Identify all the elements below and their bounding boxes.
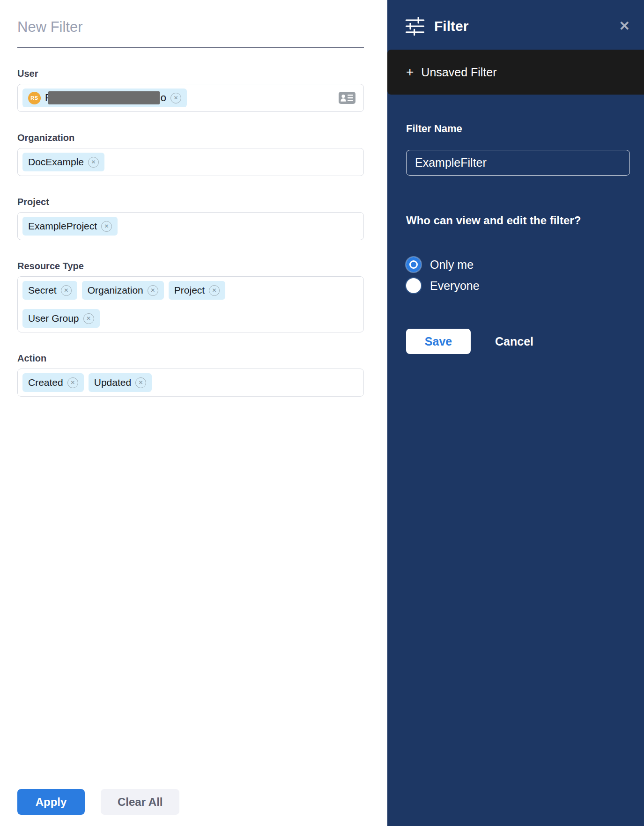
- field-action: Action Created ✕ Updated ✕: [17, 353, 364, 397]
- action-multiselect-input[interactable]: Created ✕ Updated ✕: [17, 369, 364, 397]
- field-organization: Organization DocExample ✕: [17, 133, 364, 176]
- resource-type-multiselect-input[interactable]: Secret ✕ Organization ✕ Project ✕ User G…: [17, 276, 364, 332]
- filter-footer-actions: Apply Clear All: [17, 789, 179, 815]
- radio-option-everyone[interactable]: Everyone: [406, 278, 630, 293]
- filter-side-panel: Filter ✕ + Unsaved Filter Filter Name Wh…: [387, 0, 644, 826]
- field-label-organization: Organization: [17, 133, 364, 143]
- user-avatar: RS: [28, 92, 41, 104]
- unsaved-filter-tab[interactable]: + Unsaved Filter: [387, 50, 644, 95]
- radio-option-only-me[interactable]: Only me: [406, 257, 630, 272]
- clear-all-button[interactable]: Clear All: [101, 789, 179, 815]
- sliders-icon: [404, 17, 426, 36]
- filter-name-input[interactable]: [406, 150, 630, 176]
- panel-actions: Save Cancel: [406, 329, 630, 354]
- filter-panel-header: Filter ✕: [387, 0, 644, 50]
- field-label-resource-type: Resource Type: [17, 261, 364, 272]
- permission-radio-group: Only me Everyone: [406, 257, 630, 293]
- filter-builder-panel: New Filter User RS P o ✕: [0, 0, 387, 826]
- contact-card-icon[interactable]: [338, 91, 356, 105]
- apply-button[interactable]: Apply: [17, 789, 85, 815]
- remove-project-chip-icon[interactable]: ✕: [101, 221, 112, 232]
- remove-updated-chip-icon[interactable]: ✕: [135, 377, 146, 388]
- save-button[interactable]: Save: [406, 329, 471, 354]
- remove-organization-type-chip-icon[interactable]: ✕: [148, 285, 158, 296]
- panel-title: Filter: [434, 18, 468, 34]
- new-filter-name-input[interactable]: New Filter: [17, 19, 364, 48]
- field-label-user: User: [17, 68, 364, 79]
- remove-project-type-chip-icon[interactable]: ✕: [209, 285, 220, 296]
- field-label-project: Project: [17, 197, 364, 207]
- remove-user-group-chip-icon[interactable]: ✕: [83, 313, 94, 324]
- field-project: Project ExampleProject ✕: [17, 197, 364, 240]
- resource-type-chip: Organization ✕: [82, 281, 164, 300]
- user-name-redacted: P o: [45, 91, 166, 105]
- field-user: User RS P o ✕: [17, 68, 364, 112]
- field-resource-type: Resource Type Secret ✕ Organization ✕ Pr…: [17, 261, 364, 332]
- remove-user-chip-icon[interactable]: ✕: [170, 93, 181, 103]
- redaction-bar: [48, 91, 160, 104]
- radio-unselected-icon[interactable]: [406, 278, 421, 293]
- organization-multiselect-input[interactable]: DocExample ✕: [17, 148, 364, 176]
- user-multiselect-input[interactable]: RS P o ✕: [17, 84, 364, 112]
- radio-label: Only me: [430, 258, 474, 272]
- resource-type-chip: User Group ✕: [22, 309, 100, 328]
- cancel-button[interactable]: Cancel: [495, 335, 533, 348]
- action-chip: Created ✕: [22, 373, 84, 392]
- project-chip: ExampleProject ✕: [22, 217, 118, 236]
- organization-chip: DocExample ✕: [22, 153, 104, 171]
- action-chip: Updated ✕: [89, 373, 152, 392]
- radio-label: Everyone: [430, 279, 480, 293]
- filter-name-label: Filter Name: [406, 123, 630, 135]
- close-icon[interactable]: ✕: [619, 20, 630, 33]
- user-chip: RS P o ✕: [22, 88, 187, 107]
- remove-secret-chip-icon[interactable]: ✕: [61, 285, 72, 296]
- filter-panel-body: Filter Name Who can view and edit the fi…: [387, 95, 644, 354]
- field-label-action: Action: [17, 353, 364, 364]
- remove-created-chip-icon[interactable]: ✕: [67, 377, 78, 388]
- resource-type-chip: Project ✕: [169, 281, 225, 300]
- plus-icon: +: [406, 66, 414, 79]
- unsaved-filter-label: Unsaved Filter: [421, 66, 496, 79]
- resource-type-chip: Secret ✕: [22, 281, 77, 300]
- remove-organization-chip-icon[interactable]: ✕: [88, 157, 99, 168]
- permission-question: Who can view and edit the filter?: [406, 214, 630, 227]
- project-multiselect-input[interactable]: ExampleProject ✕: [17, 212, 364, 240]
- radio-selected-icon[interactable]: [406, 257, 421, 272]
